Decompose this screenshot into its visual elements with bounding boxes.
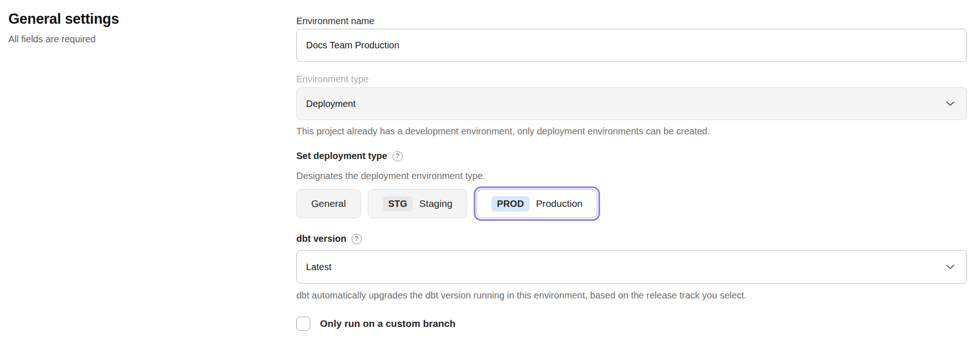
deployment-type-helper: Designates the deployment environment ty… bbox=[296, 170, 967, 182]
dbt-version-value: Latest bbox=[306, 262, 331, 272]
deployment-type-option-production[interactable]: PROD Production bbox=[477, 189, 597, 218]
production-badge: PROD bbox=[491, 196, 529, 212]
option-label: Staging bbox=[419, 198, 452, 209]
dbt-version-heading-label: dbt version bbox=[296, 233, 346, 245]
dbt-version-heading: dbt version ? bbox=[296, 233, 967, 245]
environment-name-input[interactable] bbox=[296, 29, 967, 62]
page-title: General settings bbox=[8, 10, 268, 28]
environment-type-select[interactable]: Deployment bbox=[296, 87, 967, 120]
dbt-version-helper: dbt automatically upgrades the dbt versi… bbox=[296, 290, 967, 301]
chevron-down-icon bbox=[946, 265, 954, 269]
environment-type-label: Environment type bbox=[296, 73, 967, 85]
page-subtitle: All fields are required bbox=[8, 33, 268, 45]
environment-type-value: Deployment bbox=[306, 99, 356, 109]
help-icon[interactable]: ? bbox=[392, 151, 403, 161]
deployment-type-option-general[interactable]: General bbox=[296, 189, 361, 218]
custom-branch-label: Only run on a custom branch bbox=[320, 318, 456, 329]
environment-type-helper: This project already has a development e… bbox=[296, 126, 967, 137]
help-icon[interactable]: ? bbox=[352, 234, 362, 244]
custom-branch-checkbox[interactable] bbox=[296, 317, 310, 331]
custom-branch-row: Only run on a custom branch bbox=[296, 317, 967, 331]
environment-name-label: Environment name bbox=[296, 15, 967, 27]
deployment-type-options: General STG Staging PROD Production bbox=[296, 189, 967, 218]
option-label: General bbox=[311, 198, 346, 209]
staging-badge: STG bbox=[383, 196, 413, 212]
deployment-type-heading: Set deployment type ? bbox=[296, 150, 967, 162]
chevron-down-icon bbox=[946, 101, 954, 106]
dbt-version-select[interactable]: Latest bbox=[296, 250, 967, 284]
deployment-type-heading-label: Set deployment type bbox=[296, 150, 387, 162]
option-label: Production bbox=[536, 198, 582, 209]
deployment-type-option-staging[interactable]: STG Staging bbox=[368, 189, 467, 218]
page-header: General settings All fields are required bbox=[8, 10, 268, 45]
general-settings-page: General settings All fields are required… bbox=[0, 0, 980, 345]
